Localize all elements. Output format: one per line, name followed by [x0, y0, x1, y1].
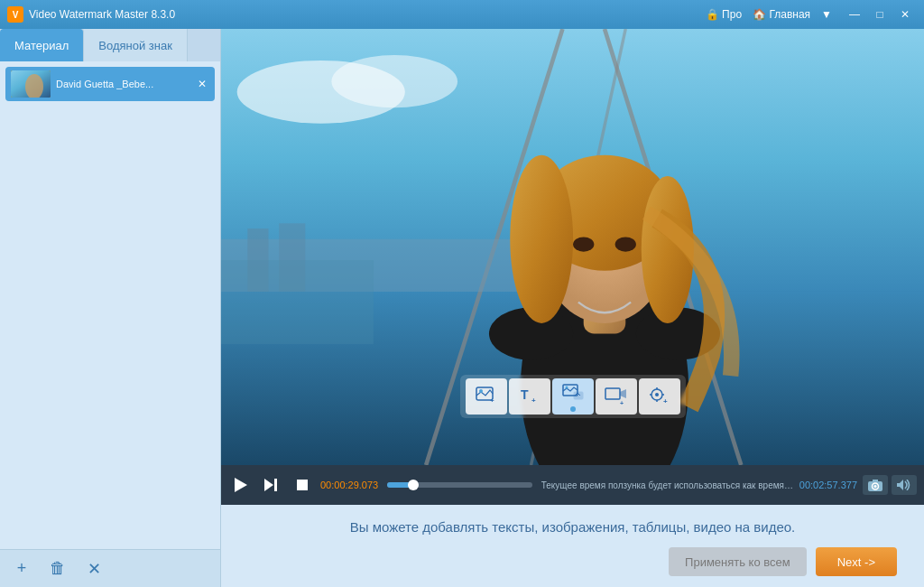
svg-point-34: [655, 393, 659, 396]
svg-text:+: +: [490, 396, 494, 405]
play-button[interactable]: [228, 472, 254, 498]
file-item[interactable]: David Guetta _Bebe... ✕: [5, 67, 215, 101]
pro-link[interactable]: 🔒 Про: [706, 8, 742, 21]
svg-rect-38: [274, 479, 277, 491]
app-icon: V: [7, 6, 23, 23]
svg-text:T: T: [521, 387, 529, 402]
svg-rect-22: [221, 260, 374, 344]
seek-handle[interactable]: [408, 480, 419, 490]
bottom-buttons: Применять ко всем Next ->: [669, 547, 897, 576]
title-bar: V Video Watermark Master 8.3.0 🔒 Про 🏠 Г…: [0, 0, 924, 29]
svg-point-18: [510, 155, 573, 323]
apply-all-button[interactable]: Применять ко всем: [669, 547, 807, 576]
app-title: Video Watermark Master 8.3.0: [29, 8, 706, 21]
svg-text:+: +: [531, 396, 536, 405]
seek-bar[interactable]: [387, 482, 532, 488]
watermark-toolbar: + T +: [460, 375, 686, 418]
svg-marker-42: [897, 480, 903, 490]
video-controls-bar: 00:00:29.073 Текущее время ползунка буде…: [221, 465, 924, 505]
svg-text:+: +: [663, 397, 668, 405]
step-forward-button[interactable]: [259, 472, 284, 498]
svg-rect-31: [605, 388, 620, 399]
close-button[interactable]: ✕: [893, 5, 917, 23]
add-video-wm-button[interactable]: +: [596, 378, 637, 415]
main-container: Материал Водяной знак: [0, 29, 924, 587]
right-controls: [863, 475, 917, 495]
svg-point-41: [874, 485, 877, 488]
end-time: 00:02:57.377: [799, 480, 857, 490]
tab-watermark[interactable]: Водяной знак: [84, 29, 188, 61]
file-list: David Guetta _Bebe... ✕: [0, 61, 220, 549]
svg-marker-37: [264, 479, 273, 491]
right-panel: + T +: [221, 29, 924, 587]
video-area: + T +: [221, 29, 924, 465]
file-name: David Guetta _Bebe...: [56, 79, 195, 89]
add-text-wm-button[interactable]: T +: [509, 378, 550, 415]
svg-point-29: [565, 386, 568, 388]
tab-strip: Материал Водяной знак: [0, 29, 220, 61]
menu-dropdown[interactable]: ▼: [821, 8, 832, 21]
current-time: 00:00:29.073: [320, 480, 378, 490]
minimize-button[interactable]: —: [843, 5, 866, 23]
add-config-wm-button[interactable]: +: [639, 378, 680, 415]
add-photo-wm-button[interactable]: [552, 378, 594, 415]
volume-button[interactable]: [892, 475, 917, 495]
cancel-button[interactable]: ✕: [81, 556, 106, 582]
delete-file-button[interactable]: 🗑: [45, 556, 70, 582]
svg-rect-39: [297, 480, 308, 490]
add-file-button[interactable]: +: [9, 556, 34, 582]
window-controls: — □ ✕: [843, 5, 917, 23]
home-link[interactable]: 🏠 Главная: [753, 8, 810, 21]
svg-point-20: [573, 237, 594, 251]
title-actions: 🔒 Про 🏠 Главная ▼: [706, 8, 832, 21]
left-panel: Материал Водяной знак: [0, 29, 221, 587]
next-button[interactable]: Next ->: [816, 547, 897, 576]
tab-material[interactable]: Материал: [0, 29, 84, 61]
info-message: Вы можете добавлять тексты, изображения,…: [350, 519, 796, 535]
svg-point-4: [331, 55, 457, 107]
svg-point-24: [479, 389, 483, 393]
maximize-button[interactable]: □: [868, 5, 892, 23]
svg-point-21: [615, 237, 636, 251]
stop-button[interactable]: [290, 472, 315, 498]
screenshot-button[interactable]: [863, 475, 888, 495]
svg-marker-36: [235, 478, 247, 492]
add-image-wm-button[interactable]: +: [466, 378, 507, 415]
seek-info-text: Текущее время ползунка будет использоват…: [541, 480, 794, 490]
file-close-button[interactable]: ✕: [195, 77, 209, 91]
left-toolbar: + 🗑 ✕: [0, 549, 220, 587]
video-background: + T +: [221, 29, 924, 465]
file-thumbnail: [11, 70, 51, 98]
svg-text:+: +: [620, 400, 624, 405]
bottom-area: Вы можете добавлять тексты, изображения,…: [221, 505, 924, 587]
